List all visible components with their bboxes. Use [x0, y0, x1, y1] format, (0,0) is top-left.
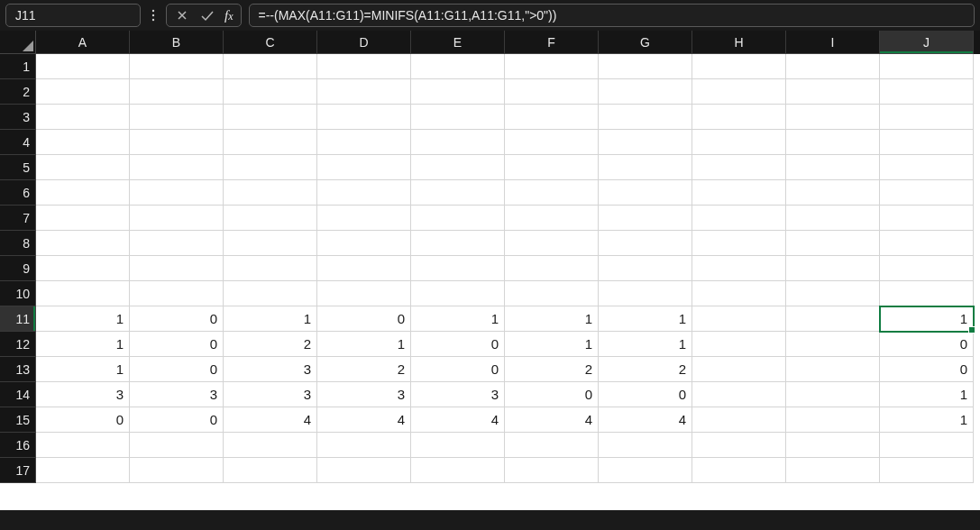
column-header-D[interactable]: D [317, 31, 411, 54]
cell[interactable] [505, 54, 599, 79]
cell[interactable]: 4 [224, 407, 317, 433]
cell[interactable] [36, 105, 130, 130]
cell[interactable] [880, 231, 974, 256]
row-header-2[interactable]: 2 [0, 79, 36, 105]
cancel-formula-icon[interactable] [174, 7, 190, 23]
cell[interactable] [786, 105, 880, 130]
cell[interactable]: 1 [599, 306, 692, 332]
cell[interactable] [317, 281, 411, 306]
cell[interactable] [692, 79, 786, 105]
cell[interactable] [224, 458, 317, 483]
cell[interactable] [786, 281, 880, 306]
cell[interactable] [692, 332, 786, 357]
cell[interactable]: 3 [36, 382, 130, 407]
cell[interactable]: 1 [880, 382, 974, 407]
cell[interactable]: 0 [411, 357, 505, 382]
cell[interactable] [880, 79, 974, 105]
cell[interactable] [786, 54, 880, 79]
cell[interactable] [224, 231, 317, 256]
cell[interactable] [224, 433, 317, 458]
cell[interactable]: 1 [317, 332, 411, 357]
cell[interactable] [786, 180, 880, 206]
row-header-14[interactable]: 14 [0, 382, 36, 407]
cell[interactable] [130, 79, 224, 105]
cell[interactable] [692, 458, 786, 483]
cell[interactable]: 4 [599, 407, 692, 433]
cell-grid[interactable]: 1010111110210110103202203333300100444441 [36, 54, 980, 530]
cell[interactable] [505, 281, 599, 306]
cell[interactable]: 1 [505, 332, 599, 357]
row-header-1[interactable]: 1 [0, 54, 36, 79]
cell[interactable] [411, 433, 505, 458]
cell[interactable] [317, 231, 411, 256]
cell[interactable] [36, 54, 130, 79]
cell[interactable] [317, 458, 411, 483]
formula-bar-options-icon[interactable] [148, 4, 159, 27]
row-header-3[interactable]: 3 [0, 105, 36, 130]
cell[interactable] [880, 155, 974, 180]
cell[interactable] [317, 54, 411, 79]
cell[interactable] [692, 407, 786, 433]
column-header-H[interactable]: H [692, 31, 786, 54]
column-header-G[interactable]: G [599, 31, 692, 54]
cell[interactable] [224, 105, 317, 130]
cell[interactable] [692, 130, 786, 155]
cell[interactable]: 4 [505, 407, 599, 433]
cell[interactable] [880, 105, 974, 130]
cell[interactable] [880, 458, 974, 483]
cell[interactable] [130, 281, 224, 306]
row-header-16[interactable]: 16 [0, 433, 36, 458]
cell[interactable]: 1 [599, 332, 692, 357]
cell[interactable] [880, 130, 974, 155]
cell[interactable] [599, 54, 692, 79]
cell[interactable]: 0 [36, 407, 130, 433]
cell[interactable] [505, 130, 599, 155]
cell[interactable]: 0 [505, 382, 599, 407]
column-header-E[interactable]: E [411, 31, 505, 54]
column-header-F[interactable]: F [505, 31, 599, 54]
cell[interactable] [411, 79, 505, 105]
cell[interactable] [317, 79, 411, 105]
cell[interactable] [505, 206, 599, 231]
cell[interactable] [36, 281, 130, 306]
cell[interactable] [692, 155, 786, 180]
cell[interactable] [130, 54, 224, 79]
cell[interactable] [880, 281, 974, 306]
cell[interactable]: 1 [36, 306, 130, 332]
cell[interactable] [224, 155, 317, 180]
cell[interactable] [130, 231, 224, 256]
cell[interactable] [599, 256, 692, 281]
cell[interactable] [36, 458, 130, 483]
cell[interactable] [692, 256, 786, 281]
cell[interactable] [36, 79, 130, 105]
column-header-A[interactable]: A [36, 31, 130, 54]
cell[interactable] [36, 231, 130, 256]
row-header-9[interactable]: 9 [0, 256, 36, 281]
cell[interactable] [411, 105, 505, 130]
cell[interactable] [786, 206, 880, 231]
cell[interactable] [317, 206, 411, 231]
cell[interactable] [786, 407, 880, 433]
cell[interactable] [130, 155, 224, 180]
cell[interactable] [505, 105, 599, 130]
cell[interactable] [317, 433, 411, 458]
cell[interactable] [36, 206, 130, 231]
cell[interactable] [505, 79, 599, 105]
cell[interactable] [411, 180, 505, 206]
fx-icon[interactable]: fx [224, 8, 234, 23]
cell[interactable] [411, 281, 505, 306]
cell[interactable] [599, 231, 692, 256]
cell[interactable]: 0 [130, 357, 224, 382]
cell[interactable]: 4 [317, 407, 411, 433]
cell[interactable] [786, 155, 880, 180]
select-all-corner[interactable] [0, 31, 36, 54]
cell[interactable] [786, 458, 880, 483]
cell[interactable] [411, 231, 505, 256]
row-header-13[interactable]: 13 [0, 357, 36, 382]
cell[interactable] [786, 332, 880, 357]
cell[interactable] [786, 79, 880, 105]
cell[interactable]: 0 [317, 306, 411, 332]
cell[interactable] [599, 155, 692, 180]
cell[interactable] [692, 105, 786, 130]
cell[interactable] [130, 130, 224, 155]
